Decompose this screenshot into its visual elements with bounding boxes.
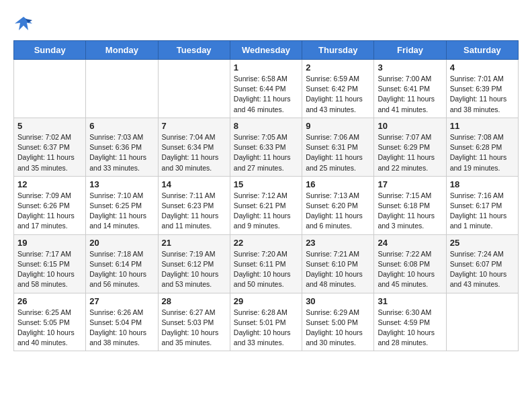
calendar-cell: 6Sunrise: 7:03 AM Sunset: 6:36 PM Daylig… xyxy=(86,118,158,176)
day-number: 29 xyxy=(234,296,298,306)
calendar-cell: 26Sunrise: 6:25 AM Sunset: 5:05 PM Dayli… xyxy=(14,293,86,351)
day-number: 10 xyxy=(378,121,442,131)
day-number: 15 xyxy=(234,179,298,189)
day-info: Sunrise: 7:01 AM Sunset: 6:39 PM Dayligh… xyxy=(450,74,515,115)
calendar-cell: 10Sunrise: 7:07 AM Sunset: 6:29 PM Dayli… xyxy=(374,118,446,176)
day-info: Sunrise: 6:27 AM Sunset: 5:03 PM Dayligh… xyxy=(162,308,226,349)
day-header-thursday: Thursday xyxy=(302,41,374,60)
day-number: 11 xyxy=(450,121,515,131)
day-info: Sunrise: 6:30 AM Sunset: 4:59 PM Dayligh… xyxy=(378,308,442,349)
day-info: Sunrise: 7:05 AM Sunset: 6:33 PM Dayligh… xyxy=(234,132,298,173)
day-number: 30 xyxy=(306,296,370,306)
day-info: Sunrise: 7:24 AM Sunset: 6:07 PM Dayligh… xyxy=(450,249,515,290)
calendar-cell: 25Sunrise: 7:24 AM Sunset: 6:07 PM Dayli… xyxy=(446,234,518,293)
day-info: Sunrise: 7:17 AM Sunset: 6:15 PM Dayligh… xyxy=(17,249,82,290)
day-info: Sunrise: 6:58 AM Sunset: 6:44 PM Dayligh… xyxy=(234,74,298,115)
calendar-cell: 5Sunrise: 7:02 AM Sunset: 6:37 PM Daylig… xyxy=(14,118,86,176)
calendar-cell: 23Sunrise: 7:21 AM Sunset: 6:10 PM Dayli… xyxy=(302,234,374,293)
calendar-cell: 4Sunrise: 7:01 AM Sunset: 6:39 PM Daylig… xyxy=(446,60,518,118)
calendar-cell: 3Sunrise: 7:00 AM Sunset: 6:41 PM Daylig… xyxy=(374,60,446,118)
calendar-week-row: 19Sunrise: 7:17 AM Sunset: 6:15 PM Dayli… xyxy=(14,234,519,293)
day-info: Sunrise: 7:18 AM Sunset: 6:14 PM Dayligh… xyxy=(89,249,154,290)
calendar-cell xyxy=(446,293,518,351)
calendar-cell: 29Sunrise: 6:28 AM Sunset: 5:01 PM Dayli… xyxy=(230,293,302,351)
calendar-cell xyxy=(14,60,86,118)
day-header-monday: Monday xyxy=(86,41,158,60)
logo-icon xyxy=(13,13,34,34)
calendar-cell: 17Sunrise: 7:15 AM Sunset: 6:18 PM Dayli… xyxy=(374,176,446,234)
day-number: 5 xyxy=(17,121,82,131)
day-info: Sunrise: 7:06 AM Sunset: 6:31 PM Dayligh… xyxy=(306,132,370,173)
calendar-cell: 13Sunrise: 7:10 AM Sunset: 6:25 PM Dayli… xyxy=(86,176,158,234)
day-number: 24 xyxy=(378,238,442,248)
day-info: Sunrise: 7:21 AM Sunset: 6:10 PM Dayligh… xyxy=(306,249,370,290)
day-number: 26 xyxy=(17,296,82,306)
day-info: Sunrise: 7:22 AM Sunset: 6:08 PM Dayligh… xyxy=(378,249,442,290)
day-info: Sunrise: 7:20 AM Sunset: 6:11 PM Dayligh… xyxy=(234,249,298,290)
calendar-week-row: 12Sunrise: 7:09 AM Sunset: 6:26 PM Dayli… xyxy=(14,176,519,234)
day-header-saturday: Saturday xyxy=(446,41,518,60)
day-number: 21 xyxy=(162,238,226,248)
day-number: 3 xyxy=(378,62,442,73)
day-info: Sunrise: 6:28 AM Sunset: 5:01 PM Dayligh… xyxy=(234,308,298,349)
page-header xyxy=(13,13,519,34)
calendar-week-row: 26Sunrise: 6:25 AM Sunset: 5:05 PM Dayli… xyxy=(14,293,519,351)
day-info: Sunrise: 7:15 AM Sunset: 6:18 PM Dayligh… xyxy=(378,191,442,232)
day-number: 2 xyxy=(306,62,370,73)
day-number: 20 xyxy=(89,238,154,248)
day-header-tuesday: Tuesday xyxy=(158,41,230,60)
day-info: Sunrise: 7:07 AM Sunset: 6:29 PM Dayligh… xyxy=(378,132,442,173)
calendar-cell: 24Sunrise: 7:22 AM Sunset: 6:08 PM Dayli… xyxy=(374,234,446,293)
calendar-week-row: 5Sunrise: 7:02 AM Sunset: 6:37 PM Daylig… xyxy=(14,118,519,176)
day-number: 12 xyxy=(17,179,82,189)
day-number: 31 xyxy=(378,296,442,306)
day-info: Sunrise: 7:02 AM Sunset: 6:37 PM Dayligh… xyxy=(17,132,82,173)
day-info: Sunrise: 7:11 AM Sunset: 6:23 PM Dayligh… xyxy=(162,191,226,232)
calendar-cell: 21Sunrise: 7:19 AM Sunset: 6:12 PM Dayli… xyxy=(158,234,230,293)
calendar-cell: 1Sunrise: 6:58 AM Sunset: 6:44 PM Daylig… xyxy=(230,60,302,118)
calendar-cell: 9Sunrise: 7:06 AM Sunset: 6:31 PM Daylig… xyxy=(302,118,374,176)
day-info: Sunrise: 6:59 AM Sunset: 6:42 PM Dayligh… xyxy=(306,74,370,115)
day-number: 18 xyxy=(450,179,515,189)
calendar-cell: 22Sunrise: 7:20 AM Sunset: 6:11 PM Dayli… xyxy=(230,234,302,293)
calendar-cell: 20Sunrise: 7:18 AM Sunset: 6:14 PM Dayli… xyxy=(86,234,158,293)
day-info: Sunrise: 6:25 AM Sunset: 5:05 PM Dayligh… xyxy=(17,308,82,349)
day-header-friday: Friday xyxy=(374,41,446,60)
day-number: 6 xyxy=(89,121,154,131)
day-number: 4 xyxy=(450,62,515,73)
calendar-cell xyxy=(158,60,230,118)
day-number: 27 xyxy=(89,296,154,306)
day-number: 7 xyxy=(162,121,226,131)
calendar-cell: 12Sunrise: 7:09 AM Sunset: 6:26 PM Dayli… xyxy=(14,176,86,234)
day-info: Sunrise: 7:16 AM Sunset: 6:17 PM Dayligh… xyxy=(450,191,515,232)
calendar-cell: 30Sunrise: 6:29 AM Sunset: 5:00 PM Dayli… xyxy=(302,293,374,351)
day-number: 23 xyxy=(306,238,370,248)
day-number: 1 xyxy=(234,62,298,73)
day-info: Sunrise: 7:13 AM Sunset: 6:20 PM Dayligh… xyxy=(306,191,370,232)
day-number: 17 xyxy=(378,179,442,189)
day-info: Sunrise: 7:03 AM Sunset: 6:36 PM Dayligh… xyxy=(89,132,154,173)
calendar-cell: 11Sunrise: 7:08 AM Sunset: 6:28 PM Dayli… xyxy=(446,118,518,176)
calendar-cell: 19Sunrise: 7:17 AM Sunset: 6:15 PM Dayli… xyxy=(14,234,86,293)
day-number: 22 xyxy=(234,238,298,248)
day-header-sunday: Sunday xyxy=(14,41,86,60)
day-number: 8 xyxy=(234,121,298,131)
calendar-cell: 2Sunrise: 6:59 AM Sunset: 6:42 PM Daylig… xyxy=(302,60,374,118)
calendar-cell: 8Sunrise: 7:05 AM Sunset: 6:33 PM Daylig… xyxy=(230,118,302,176)
svg-marker-0 xyxy=(15,17,32,30)
day-info: Sunrise: 7:08 AM Sunset: 6:28 PM Dayligh… xyxy=(450,132,515,173)
day-info: Sunrise: 6:26 AM Sunset: 5:04 PM Dayligh… xyxy=(89,308,154,349)
logo xyxy=(13,13,36,34)
day-number: 16 xyxy=(306,179,370,189)
day-info: Sunrise: 7:12 AM Sunset: 6:21 PM Dayligh… xyxy=(234,191,298,232)
day-number: 9 xyxy=(306,121,370,131)
day-header-wednesday: Wednesday xyxy=(230,41,302,60)
day-info: Sunrise: 7:04 AM Sunset: 6:34 PM Dayligh… xyxy=(162,132,226,173)
calendar-cell: 31Sunrise: 6:30 AM Sunset: 4:59 PM Dayli… xyxy=(374,293,446,351)
day-info: Sunrise: 7:00 AM Sunset: 6:41 PM Dayligh… xyxy=(378,74,442,115)
calendar-cell xyxy=(86,60,158,118)
day-number: 25 xyxy=(450,238,515,248)
calendar-header-row: SundayMondayTuesdayWednesdayThursdayFrid… xyxy=(14,41,519,60)
day-info: Sunrise: 7:19 AM Sunset: 6:12 PM Dayligh… xyxy=(162,249,226,290)
calendar-week-row: 1Sunrise: 6:58 AM Sunset: 6:44 PM Daylig… xyxy=(14,60,519,118)
